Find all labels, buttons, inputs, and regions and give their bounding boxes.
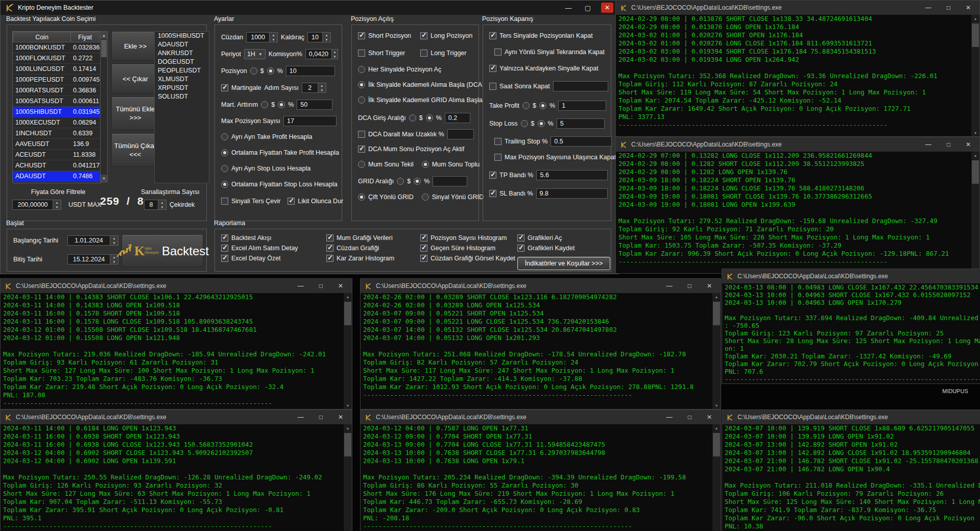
dca-narrow-checkbox[interactable] <box>358 131 365 138</box>
price-column-header[interactable]: Fiyat <box>71 32 100 42</box>
tp-band-field[interactable]: 5.6 <box>536 170 608 180</box>
short-position-checkbox[interactable] <box>358 32 365 39</box>
commission-spinner[interactable]: 0,0420▲▼ <box>305 49 338 59</box>
scrollbar[interactable]: ▲▼ <box>344 424 352 531</box>
position-usd-radio[interactable] <box>250 67 257 75</box>
table-row[interactable]: AAVEUSDT136.9 <box>13 139 101 150</box>
position-size-field[interactable]: 10 <box>286 66 335 76</box>
titlebar[interactable]: C:\Users\BEJOCOCO\AppData\Local\KDB\sett… <box>1 279 352 293</box>
stop-loss-field[interactable]: 5 <box>557 118 605 129</box>
report-checkbox[interactable] <box>326 234 333 242</box>
max-position-field[interactable]: 17 <box>283 116 337 126</box>
titlebar[interactable]: Kripto Deneyim Backtester — ▢ ✕ <box>1 1 618 15</box>
backtest-button[interactable]: K riptoDeneyim Backtest <box>122 234 203 267</box>
minimize-icon[interactable]: — <box>925 141 931 148</box>
close-after-hours-field[interactable] <box>553 81 608 91</box>
candle-bulk-radio[interactable] <box>422 161 429 168</box>
close-icon[interactable]: ✕ <box>707 282 712 289</box>
scrollbar[interactable]: ▲▼ <box>712 293 721 409</box>
stop-on-liquidation-checkbox[interactable] <box>288 198 295 205</box>
table-row[interactable]: ACEUSDT11.8338 <box>13 150 101 160</box>
tp-band-checkbox[interactable] <box>489 172 496 179</box>
sl-pct-radio[interactable] <box>538 120 545 127</box>
step-count-spinner[interactable]: 2▲▼ <box>302 83 326 93</box>
table-row[interactable]: 1000FLOKIUSDT0.2722 <box>13 53 101 64</box>
minimize-icon[interactable]: — <box>562 3 575 13</box>
take-profit-field[interactable]: 1 <box>558 101 606 111</box>
list-item[interactable]: SOLUSDT <box>155 92 209 101</box>
wallet-spinner[interactable]: 1000▲▼ <box>246 32 278 42</box>
list-item[interactable]: XLMUSDT <box>155 75 209 84</box>
list-item[interactable]: XRPUSDT <box>155 84 209 92</box>
open-every-signal-radio[interactable] <box>358 66 365 73</box>
close-after-hours-checkbox[interactable] <box>489 83 496 90</box>
close-icon[interactable]: ✕ <box>707 414 712 421</box>
list-item[interactable]: DOGEUSDT <box>155 58 209 66</box>
close-icon[interactable]: ✕ <box>601 3 613 13</box>
minimize-icon[interactable]: — <box>666 414 673 421</box>
maximize-icon[interactable]: □ <box>947 4 950 11</box>
list-item[interactable]: ANKRUSDT <box>155 49 209 58</box>
grid-both-radio[interactable] <box>358 194 365 201</box>
dca-usd-radio[interactable] <box>409 114 416 122</box>
maximize-icon[interactable]: □ <box>688 282 691 289</box>
report-checkbox[interactable] <box>420 255 427 262</box>
sl-average-radio[interactable] <box>221 181 228 188</box>
table-row[interactable]: 1000RATSUSDT0.36836 <box>13 85 101 96</box>
invert-signal-checkbox[interactable] <box>221 198 228 205</box>
maximize-icon[interactable]: ▢ <box>582 3 594 13</box>
price-filter-spinner[interactable]: 200,00000 ▲▼ <box>12 200 61 210</box>
titlebar[interactable]: C:\Users\BEJOCOCO\AppData\Local\KDB\sett… <box>722 410 980 424</box>
remove-all-button[interactable]: Tümünü Çıkar<<< <box>111 133 159 167</box>
mart-increase-field[interactable]: 50 <box>297 100 332 110</box>
close-on-max-positions-checkbox[interactable] <box>494 154 501 161</box>
report-checkbox[interactable] <box>326 245 333 252</box>
desktop-icon-label[interactable]: MIDUPUS <box>942 388 968 394</box>
table-row[interactable]: ACHUSDT0.041217 <box>13 160 101 171</box>
close-icon[interactable]: ✕ <box>966 141 971 148</box>
grid-start-radio[interactable] <box>358 96 365 104</box>
scrollbar-thumb[interactable] <box>101 40 107 57</box>
titlebar[interactable]: C:\Users\BEJOCOCO\AppData\Local\KDB\sett… <box>361 410 721 424</box>
list-item[interactable]: PEOPLEUSDT <box>155 66 209 75</box>
sl-band-checkbox[interactable] <box>489 190 496 197</box>
indicators-button[interactable]: İndikatörler ve Koşullar >>> <box>517 257 610 270</box>
long-position-checkbox[interactable] <box>420 32 427 39</box>
report-checkbox[interactable] <box>326 255 333 262</box>
titlebar[interactable]: C:\Users\BEJOCOCO\AppData\Local\KDB\sett… <box>616 1 979 15</box>
dca-pct-radio[interactable] <box>426 114 433 122</box>
remove-button[interactable]: << Çıkar <box>111 64 159 93</box>
minimize-icon[interactable]: — <box>298 414 304 421</box>
list-item[interactable]: ADAUSDT <box>155 40 209 49</box>
period-dropdown[interactable]: 1H▼ <box>244 49 266 59</box>
close-only-profit-checkbox[interactable] <box>489 65 496 72</box>
titlebar[interactable]: C:\Users\BEJOCOCO\AppData\Local\KDB\sett… <box>361 279 721 293</box>
table-row[interactable]: 1000BONKUSDT0.032836 <box>13 42 101 53</box>
titlebar[interactable]: C:\Users\BEJOCOCO\AppData\Local\KDB\sett… <box>616 137 979 152</box>
table-row[interactable]: ADAUSDT0.7486 <box>13 171 101 182</box>
scrollbar[interactable]: ▲▼ <box>971 15 979 136</box>
sl-each-radio[interactable] <box>221 165 228 172</box>
scrollbar[interactable]: ▲▼ <box>712 424 721 531</box>
tp-each-radio[interactable] <box>221 133 228 140</box>
close-on-same-signal-checkbox[interactable] <box>494 49 501 56</box>
report-checkbox[interactable] <box>221 255 228 262</box>
report-checkbox[interactable] <box>221 245 228 252</box>
mart-pct-radio[interactable] <box>278 101 285 108</box>
close-icon[interactable]: ✕ <box>338 282 343 289</box>
start-date-spinner[interactable]: 1.01.2024 ▲▼ <box>67 235 118 246</box>
sl-band-field[interactable]: 9.8 <box>536 188 608 199</box>
candle-single-radio[interactable] <box>358 161 365 168</box>
martingale-checkbox[interactable] <box>221 84 228 91</box>
tp-pct-radio[interactable] <box>539 102 546 109</box>
report-checkbox[interactable] <box>517 234 524 242</box>
titlebar[interactable]: C:\Users\BEJOCOCO\AppData\Local\KDB\sett… <box>722 269 980 283</box>
report-checkbox[interactable] <box>420 234 427 242</box>
grid-usd-radio[interactable] <box>397 178 404 185</box>
grid-signal-radio[interactable] <box>422 194 429 201</box>
add-button[interactable]: Ekle >> <box>111 31 159 61</box>
mart-usd-radio[interactable] <box>261 101 268 108</box>
scrollbar[interactable]: ▲▼ <box>344 293 352 409</box>
sl-usd-radio[interactable] <box>521 120 528 127</box>
scroll-down-icon[interactable]: ▼ <box>101 175 107 182</box>
